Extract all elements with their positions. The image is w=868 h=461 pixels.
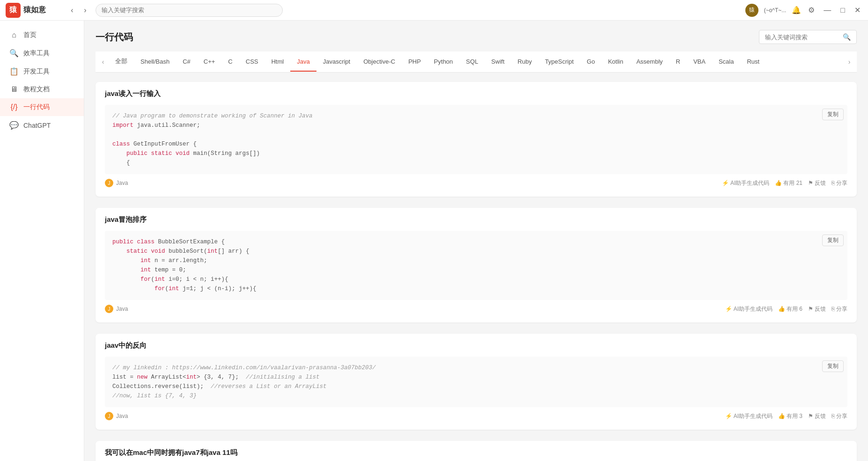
code-title-2: java冒泡排序 [105, 215, 847, 224]
code-card-2: java冒泡排序 public class BubbleSortExample … [96, 208, 857, 322]
page-header: 一行代码 🔍 [96, 30, 857, 44]
code-actions-1: ⚡ AI助手生成代码 👍 有用 21 ⚑ 反馈 ⎘ 分享 [722, 179, 847, 187]
code-section-3: jaav中的反向 // my linkedin : https://www.li… [96, 334, 857, 430]
share-2[interactable]: ⎘ 分享 [831, 305, 847, 313]
efficiency-icon: 🔍 [9, 49, 19, 58]
lang-dot-1: J [105, 179, 113, 187]
feedback-3[interactable]: ⚑ 反馈 [808, 412, 826, 420]
tab-kotlin[interactable]: Kotlin [602, 52, 630, 72]
sidebar-item-docs[interactable]: 🖥 教程文档 [0, 80, 84, 98]
tab-python[interactable]: Python [427, 52, 459, 72]
useful-3[interactable]: 👍 有用 3 [778, 412, 802, 420]
home-icon: ⌂ [9, 31, 19, 39]
tab-objectivec[interactable]: Objective-C [357, 52, 402, 72]
tab-all[interactable]: 全部 [109, 51, 134, 72]
tab-csharp[interactable]: C# [176, 52, 197, 72]
tab-swift[interactable]: Swift [485, 52, 511, 72]
code-block-wrap-1: // Java program to demonstrate working o… [105, 105, 847, 174]
copy-button-3[interactable]: 复制 [822, 360, 844, 372]
tab-vba[interactable]: VBA [687, 52, 712, 72]
tab-typescript[interactable]: TypeScript [538, 52, 580, 72]
sidebar-item-home[interactable]: ⌂ 首页 [0, 26, 84, 44]
tab-c[interactable]: C [221, 52, 239, 72]
nav-back-button[interactable]: ‹ [66, 5, 78, 16]
global-search-input[interactable] [96, 4, 283, 17]
tab-shell[interactable]: Shell/Bash [134, 52, 176, 72]
tab-php[interactable]: PHP [402, 52, 427, 72]
code-section-4: 我可以在mac中同时拥有java7和java 11吗 brew search j… [96, 441, 857, 461]
tab-assembly[interactable]: Assembly [630, 52, 669, 72]
code-card-4: 我可以在mac中同时拥有java7和java 11吗 brew search j… [96, 441, 857, 461]
settings-icon[interactable]: ⚙ [807, 6, 816, 15]
share-3[interactable]: ⎘ 分享 [831, 412, 847, 420]
tab-html[interactable]: Html [265, 52, 290, 72]
oneliner-icon: {/} [9, 103, 19, 111]
tab-rust[interactable]: Rust [740, 52, 766, 72]
tab-go[interactable]: Go [580, 52, 601, 72]
docs-icon: 🖥 [9, 85, 19, 94]
feedback-2[interactable]: ⚑ 反馈 [808, 305, 826, 313]
sidebar-item-devtools[interactable]: 📋 开发工具 [0, 62, 84, 80]
sidebar-item-oneliner[interactable]: {/} 一行代码 [0, 98, 84, 116]
minimize-button[interactable]: — [822, 4, 833, 16]
lang-name-2: Java [116, 306, 128, 312]
code-footer-1: J Java ⚡ AI助手生成代码 👍 有用 21 ⚑ 反馈 ⎘ 分享 [105, 174, 847, 189]
useful-1[interactable]: 👍 有用 21 [775, 179, 802, 187]
lang-dot-3: J [105, 412, 113, 420]
tab-cpp[interactable]: C++ [197, 52, 222, 72]
sidebar-item-efficiency[interactable]: 🔍 效率工具 [0, 44, 84, 62]
sidebar-label-home: 首页 [23, 31, 37, 39]
tab-r[interactable]: R [669, 52, 687, 72]
nav-forward-button[interactable]: › [80, 5, 91, 16]
app-logo: 猿 猿如意 [6, 3, 62, 18]
code-block-wrap-2: public class BubbleSortExample { static … [105, 231, 847, 300]
tab-java[interactable]: Java [290, 52, 316, 72]
bell-icon[interactable]: 🔔 [792, 6, 801, 15]
code-actions-2: ⚡ AI助手生成代码 👍 有用 6 ⚑ 反馈 ⎘ 分享 [725, 305, 847, 313]
title-bar: 猿 猿如意 ‹ › 猿 (~o^T~... 🔔 ⚙ — □ ✕ [0, 0, 868, 21]
page-search-input[interactable] [765, 34, 840, 41]
logo-icon: 猿 [6, 3, 21, 18]
code-footer-3: J Java ⚡ AI助手生成代码 👍 有用 3 ⚑ 反馈 ⎘ 分享 [105, 407, 847, 422]
tab-css[interactable]: CSS [239, 52, 265, 72]
page-title: 一行代码 [96, 31, 133, 44]
ai-gen-1[interactable]: ⚡ AI助手生成代码 [722, 179, 769, 187]
maximize-button[interactable]: □ [839, 4, 847, 16]
sidebar-label-docs: 教程文档 [23, 85, 50, 94]
code-lang-1: J Java [105, 179, 128, 187]
user-info: (~o^T~... [764, 7, 787, 14]
ai-gen-2[interactable]: ⚡ AI助手生成代码 [725, 305, 772, 313]
page-search-bar: 🔍 [759, 30, 857, 44]
nav-arrows: ‹ › [66, 5, 91, 16]
main-content: 一行代码 🔍 ‹ 全部 Shell/Bash C# C++ C CSS Html… [84, 21, 868, 461]
code-footer-2: J Java ⚡ AI助手生成代码 👍 有用 6 ⚑ 反馈 ⎘ 分享 [105, 300, 847, 315]
lang-name-1: Java [116, 180, 128, 186]
sidebar-label-devtools: 开发工具 [23, 67, 50, 76]
tabs-arrow-left[interactable]: ‹ [97, 53, 109, 70]
feedback-1[interactable]: ⚑ 反馈 [808, 179, 826, 187]
share-1[interactable]: ⎘ 分享 [831, 179, 847, 187]
code-lang-3: J Java [105, 412, 128, 420]
ai-gen-3[interactable]: ⚡ AI助手生成代码 [725, 412, 772, 420]
page-search-icon[interactable]: 🔍 [843, 33, 851, 41]
copy-button-2[interactable]: 复制 [822, 234, 844, 246]
lang-dot-2: J [105, 305, 113, 313]
code-block-1: // Java program to demonstrate working o… [105, 105, 847, 174]
code-section-1: java读入一行输入 // Java program to demonstrat… [96, 82, 857, 197]
tab-javascript[interactable]: Javascript [316, 52, 357, 72]
close-button[interactable]: ✕ [853, 4, 862, 16]
tab-scala[interactable]: Scala [712, 52, 741, 72]
logo-text: 猿如意 [23, 5, 46, 15]
sidebar-item-chatgpt[interactable]: 💬 ChatGPT [0, 116, 84, 134]
chatgpt-icon: 💬 [9, 121, 19, 130]
code-title-1: java读入一行输入 [105, 89, 847, 98]
sidebar: ⌂ 首页 🔍 效率工具 📋 开发工具 🖥 教程文档 {/} 一行代码 💬 Cha… [0, 21, 84, 461]
sidebar-label-chatgpt: ChatGPT [23, 122, 51, 129]
tab-sql[interactable]: SQL [459, 52, 485, 72]
useful-2[interactable]: 👍 有用 6 [778, 305, 802, 313]
tab-ruby[interactable]: Ruby [511, 52, 538, 72]
tabs-arrow-right[interactable]: › [844, 53, 855, 70]
lang-tabs: ‹ 全部 Shell/Bash C# C++ C CSS Html Java J… [96, 51, 857, 73]
copy-button-1[interactable]: 复制 [822, 109, 844, 120]
code-actions-3: ⚡ AI助手生成代码 👍 有用 3 ⚑ 反馈 ⎘ 分享 [725, 412, 847, 420]
